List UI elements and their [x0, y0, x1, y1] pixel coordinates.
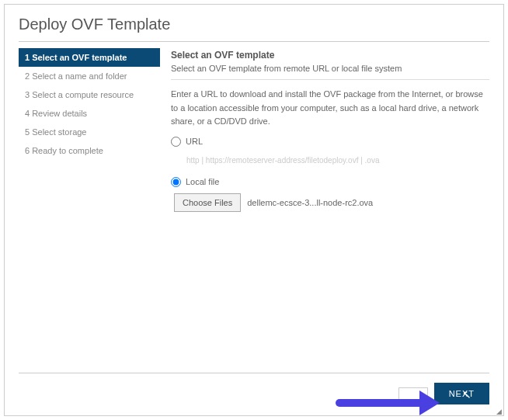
main-subtitle: Select an OVF template from remote URL o… — [171, 64, 489, 73]
url-radio[interactable] — [171, 137, 181, 147]
dialog-footer: NEXT ↖ — [19, 373, 489, 404]
cancel-button[interactable] — [398, 387, 428, 400]
main-heading: Select an OVF template — [171, 50, 489, 61]
resize-handle-icon[interactable]: ◢ — [496, 410, 501, 414]
step-5[interactable]: 5 Select storage — [19, 123, 160, 141]
instructions-text: Enter a URL to download and install the … — [171, 88, 489, 129]
next-button[interactable]: NEXT — [434, 383, 489, 404]
deploy-ovf-dialog: Deploy OVF Template 1 Select an OVF temp… — [4, 4, 504, 416]
url-label: URL — [186, 137, 203, 146]
step-4[interactable]: 4 Review details — [19, 104, 160, 123]
localfile-radio[interactable] — [171, 177, 181, 187]
dialog-title: Deploy OVF Template — [19, 16, 489, 42]
localfile-label: Local file — [186, 177, 219, 186]
step-3[interactable]: 3 Select a compute resource — [19, 85, 160, 104]
file-chooser-row: Choose Files dellemc-ecsce-3...ll-node-r… — [171, 193, 489, 212]
step-2[interactable]: 2 Select a name and folder — [19, 67, 160, 85]
selected-filename: dellemc-ecsce-3...ll-node-rc2.ova — [247, 198, 373, 207]
step-1[interactable]: 1 Select an OVF template — [19, 48, 160, 67]
dialog-body: 1 Select an OVF template 2 Select a name… — [19, 48, 489, 373]
choose-files-button[interactable]: Choose Files — [174, 193, 241, 212]
url-input-placeholder[interactable]: http | https://remoteserver-address/file… — [171, 151, 489, 172]
wizard-main: Select an OVF template Select an OVF tem… — [160, 48, 489, 373]
wizard-sidebar: 1 Select an OVF template 2 Select a name… — [19, 48, 160, 373]
divider — [171, 79, 489, 80]
url-option-row: URL — [171, 137, 489, 147]
step-6[interactable]: 6 Ready to complete — [19, 141, 160, 160]
localfile-option-row: Local file — [171, 177, 489, 187]
